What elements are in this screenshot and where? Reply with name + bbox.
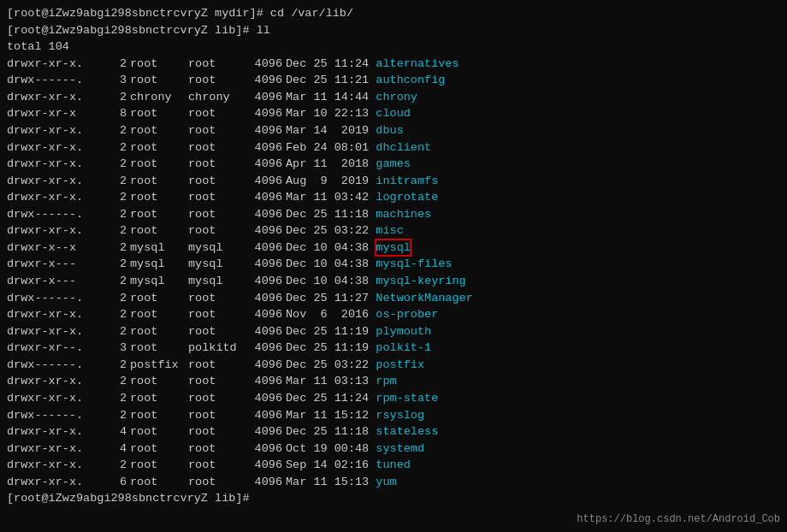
filename-24: tuned (376, 457, 411, 474)
perms-15: drwxr-xr-x. (7, 306, 109, 323)
cmd-line-2: [root@iZwz9abgi298sbnctrcvryZ lib]# ll (7, 22, 780, 39)
month-0: Dec (286, 56, 313, 73)
file-entry-19: drwxr-xr-x. 2 root root 4096 Mar 11 03:1… (7, 373, 780, 390)
nlinks-16: 2 (109, 323, 127, 340)
month-10: Dec (286, 222, 313, 239)
time-9: 11:18 (334, 206, 376, 223)
group-24: root (188, 457, 246, 474)
month-24: Sep (286, 457, 313, 474)
time-12: 04:38 (334, 256, 376, 273)
perms-6: drwxr-xr-x. (7, 156, 109, 173)
filename-7: initramfs (376, 173, 438, 190)
owner-15: root (130, 306, 188, 323)
filename-6: games (376, 156, 411, 173)
cmd-1: cd /var/lib/ (270, 5, 353, 22)
nlinks-15: 2 (109, 306, 127, 323)
time-19: 03:13 (334, 373, 376, 390)
time-5: 08:01 (334, 139, 376, 157)
size-20: 4096 (246, 390, 282, 407)
day-24: 14 (313, 457, 334, 474)
group-4: root (188, 122, 246, 139)
owner-6: root (130, 156, 188, 173)
perms-1: drwx------. (7, 72, 109, 89)
owner-5: root (130, 139, 188, 157)
nlinks-19: 2 (109, 373, 127, 390)
file-entry-25: drwxr-xr-x. 6 root root 4096 Mar 11 15:1… (7, 474, 780, 491)
owner-14: root (130, 290, 188, 307)
size-3: 4096 (246, 105, 282, 122)
file-entry-16: drwxr-xr-x. 2 root root 4096 Dec 25 11:1… (7, 323, 780, 340)
month-12: Dec (286, 256, 313, 273)
perms-21: drwx------. (7, 407, 109, 424)
owner-22: root (130, 423, 188, 440)
file-entry-2: drwxr-xr-x. 2 chrony chrony 4096 Mar 11 … (7, 89, 780, 106)
month-20: Dec (286, 390, 313, 407)
filename-14: NetworkManager (376, 290, 472, 307)
file-entry-9: drwx------. 2 root root 4096 Dec 25 11:1… (7, 206, 780, 223)
final-prompt-line[interactable]: [root@iZwz9abgi298sbnctrcvryZ lib]# (7, 490, 780, 507)
time-22: 11:18 (334, 423, 376, 440)
size-11: 4096 (246, 239, 282, 257)
filename-21: rsyslog (376, 407, 424, 424)
owner-10: root (130, 222, 188, 239)
time-17: 11:19 (334, 340, 376, 357)
perms-4: drwxr-xr-x. (7, 122, 109, 139)
size-2: 4096 (246, 89, 282, 106)
perms-22: drwxr-xr-x. (7, 423, 109, 440)
perms-8: drwxr-xr-x. (7, 189, 109, 206)
filename-10: misc (376, 222, 403, 239)
group-25: root (188, 474, 246, 491)
month-19: Mar (286, 373, 313, 390)
month-8: Mar (286, 189, 313, 206)
nlinks-0: 2 (109, 56, 127, 73)
day-25: 11 (313, 474, 334, 491)
day-20: 25 (313, 390, 334, 407)
size-6: 4096 (246, 156, 282, 173)
filename-20: rpm-state (376, 390, 438, 407)
owner-2: chrony (130, 89, 188, 106)
time-25: 15:13 (334, 474, 376, 491)
size-5: 4096 (246, 139, 282, 157)
day-18: 25 (313, 357, 334, 374)
owner-7: root (130, 173, 188, 190)
group-8: root (188, 189, 246, 206)
day-9: 25 (313, 206, 334, 223)
nlinks-24: 2 (109, 457, 127, 474)
month-21: Mar (286, 407, 313, 424)
nlinks-22: 4 (109, 423, 127, 440)
time-11: 04:38 (334, 239, 376, 257)
time-24: 02:16 (334, 457, 376, 474)
file-entry-10: drwxr-xr-x. 2 root root 4096 Dec 25 03:2… (7, 222, 780, 239)
month-6: Apr (286, 156, 313, 173)
day-13: 10 (313, 273, 334, 290)
group-16: root (188, 323, 246, 340)
group-19: root (188, 373, 246, 390)
time-13: 04:38 (334, 273, 376, 290)
filename-12: mysql-files (376, 256, 452, 273)
owner-24: root (130, 457, 188, 474)
day-3: 10 (313, 105, 334, 122)
size-9: 4096 (246, 206, 282, 223)
group-13: mysql (188, 273, 246, 290)
group-2: chrony (188, 89, 246, 106)
time-8: 03:42 (334, 189, 376, 206)
nlinks-2: 2 (109, 89, 127, 106)
group-20: root (188, 390, 246, 407)
owner-12: mysql (130, 256, 188, 273)
time-15: 2016 (334, 306, 376, 323)
group-5: root (188, 139, 246, 157)
day-11: 10 (313, 239, 334, 257)
time-7: 2019 (334, 173, 376, 190)
day-17: 25 (313, 340, 334, 357)
month-9: Dec (286, 206, 313, 223)
month-22: Dec (286, 423, 313, 440)
total-line: total 104 (7, 38, 780, 56)
day-22: 25 (313, 423, 334, 440)
owner-1: root (130, 72, 188, 89)
group-9: root (188, 206, 246, 223)
file-entry-17: drwxr-xr--. 3 root polkitd 4096 Dec 25 1… (7, 340, 780, 357)
size-24: 4096 (246, 457, 282, 474)
nlinks-3: 8 (109, 105, 127, 122)
group-15: root (188, 306, 246, 323)
filename-0: alternatives (376, 56, 459, 73)
